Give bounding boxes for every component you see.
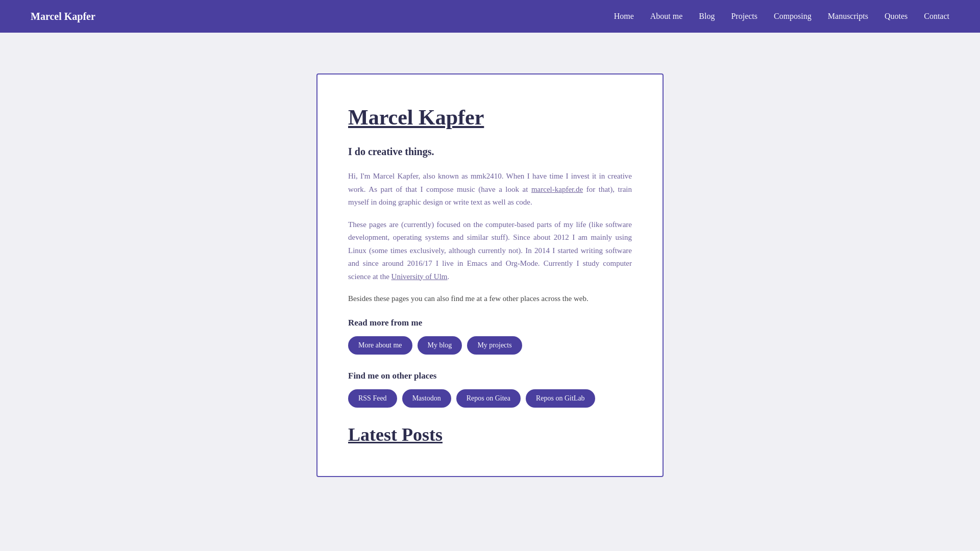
find-me-button-repos-on-gitea[interactable]: Repos on Gitea bbox=[456, 389, 521, 408]
nav-item-quotes[interactable]: Quotes bbox=[885, 12, 908, 21]
read-more-heading: Read more from me bbox=[348, 318, 632, 328]
find-me-buttons: RSS FeedMastodonRepos on GiteaRepos on G… bbox=[348, 389, 632, 408]
main-nav: HomeAbout meBlogProjectsComposingManuscr… bbox=[614, 12, 949, 21]
find-me-heading: Find me on other places bbox=[348, 371, 632, 381]
tagline: I do creative things. bbox=[348, 146, 632, 158]
find-me-button-mastodon[interactable]: Mastodon bbox=[402, 389, 451, 408]
intro-paragraph-3: Besides these pages you can also find me… bbox=[348, 292, 632, 306]
content-card: Marcel Kapfer I do creative things. Hi, … bbox=[316, 73, 664, 477]
find-me-button-repos-on-gitlab[interactable]: Repos on GitLab bbox=[526, 389, 595, 408]
read-more-buttons: More about meMy blogMy projects bbox=[348, 336, 632, 355]
main-container: Marcel Kapfer I do creative things. Hi, … bbox=[0, 33, 980, 518]
site-header: Marcel Kapfer HomeAbout meBlogProjectsCo… bbox=[0, 0, 980, 33]
read-more-button-more-about-me[interactable]: More about me bbox=[348, 336, 412, 355]
nav-item-blog[interactable]: Blog bbox=[699, 12, 715, 21]
site-title: Marcel Kapfer bbox=[31, 11, 95, 22]
read-more-button-my-blog[interactable]: My blog bbox=[418, 336, 462, 355]
nav-item-composing[interactable]: Composing bbox=[774, 12, 812, 21]
latest-posts-heading: Latest Posts bbox=[348, 424, 632, 445]
nav-item-home[interactable]: Home bbox=[614, 12, 634, 21]
page-heading: Marcel Kapfer bbox=[348, 105, 632, 130]
university-link[interactable]: University of Ulm bbox=[391, 272, 448, 281]
marcel-kapfer-link[interactable]: marcel-kapfer.de bbox=[531, 185, 583, 193]
nav-item-contact[interactable]: Contact bbox=[924, 12, 949, 21]
nav-item-projects[interactable]: Projects bbox=[731, 12, 757, 21]
read-more-button-my-projects[interactable]: My projects bbox=[467, 336, 522, 355]
find-me-button-rss-feed[interactable]: RSS Feed bbox=[348, 389, 397, 408]
nav-item-about-me[interactable]: About me bbox=[650, 12, 683, 21]
intro-paragraph-2: These pages are (currently) focused on t… bbox=[348, 218, 632, 284]
intro-paragraph-1: Hi, I'm Marcel Kapfer, also known as mmk… bbox=[348, 170, 632, 209]
nav-item-manuscripts[interactable]: Manuscripts bbox=[828, 12, 868, 21]
